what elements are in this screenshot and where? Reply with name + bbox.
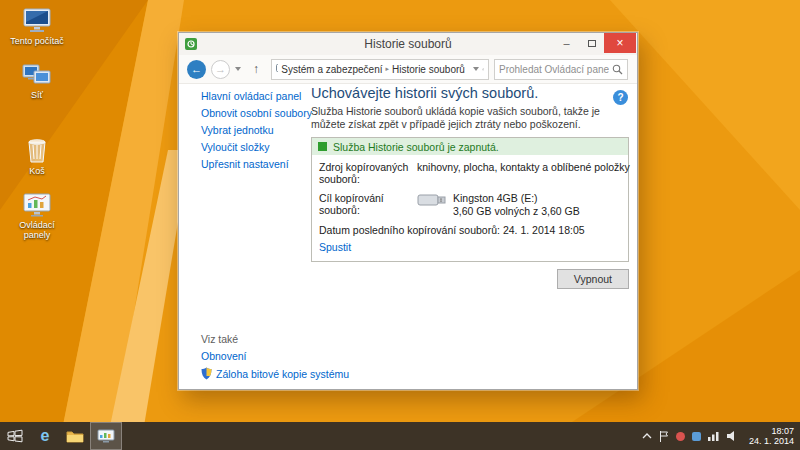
desktop-icon-label: Ovládací panely [8, 220, 66, 240]
status-band: Služba Historie souborů je zapnutá. [312, 138, 628, 155]
search-icon [612, 64, 623, 75]
breadcrumb-separator-icon: ▸ [386, 65, 390, 73]
desktop[interactable]: Tento počítač Síť Koš Ovládací p [0, 0, 800, 450]
copy-source-label: Zdroj kopírovaných souborů: [319, 161, 417, 185]
search-box[interactable] [494, 59, 628, 80]
maximize-button[interactable] [579, 33, 604, 53]
control-panel-location-icon [276, 64, 278, 74]
desktop-icon-label: Koš [8, 166, 66, 176]
desktop-icon-recycle-bin[interactable]: Koš [8, 136, 66, 176]
page-title: Uchovávejte historii svých souborů. [311, 85, 629, 101]
desktop-icon-label: Síť [8, 90, 66, 100]
tray-app-red-icon[interactable] [676, 432, 685, 441]
desktop-icon-label: Tento počítač [8, 36, 66, 46]
copy-target-label: Cíl kopírování souborů: [319, 192, 417, 217]
tray-expand-icon[interactable] [642, 433, 652, 439]
sidebar-link-select-drive[interactable]: Vybrat jednotku [201, 124, 309, 136]
run-now-link[interactable]: Spustit [319, 241, 351, 253]
close-button[interactable]: × [604, 33, 636, 53]
last-copy-row: Datum posledního kopírování souborů: 24.… [319, 224, 621, 236]
file-history-window: Historie souborů – × ← → ↑ Systém a z [178, 32, 638, 390]
system-tray: 18:07 24. 1. 2014 [642, 426, 800, 446]
maximize-icon [588, 40, 596, 47]
recycle-bin-icon [26, 136, 48, 164]
copy-target-row: Cíl kopírování souborů: Kingston 4GB (E:… [319, 192, 621, 217]
sidebar-link-exclude-folders[interactable]: Vyloučit složky [201, 141, 309, 153]
taskbar-ie-button[interactable]: e [30, 422, 60, 450]
clock-time: 18:07 [749, 426, 794, 436]
status-box: Služba Historie souborů je zapnutá. Zdro… [311, 137, 629, 262]
drive-name: Kingston 4GB (E:) [453, 192, 580, 205]
action-center-flag-icon[interactable] [659, 431, 669, 442]
last-copy-value: 24. 1. 2014 18:05 [503, 224, 585, 236]
control-panel-icon [97, 429, 115, 444]
copy-source-row: Zdroj kopírovaných souborů: knihovny, pl… [319, 161, 621, 185]
turn-off-button[interactable]: Vypnout [557, 269, 629, 289]
see-also-link-system-image-backup[interactable]: Záloha bitové kopie systému [216, 368, 349, 380]
folder-icon [66, 429, 84, 443]
history-chevron-icon[interactable] [235, 67, 241, 71]
desktop-icon-control-panel[interactable]: Ovládací panely [8, 192, 66, 240]
caption-buttons: – × [554, 33, 636, 53]
taskbar-clock[interactable]: 18:07 24. 1. 2014 [749, 426, 794, 446]
breadcrumb-system-security[interactable]: Systém a zabezpečení [281, 64, 382, 75]
see-also-section: Viz také Obnovení Záloha bitové kopie sy… [201, 333, 349, 380]
clock-date: 24. 1. 2014 [749, 436, 794, 446]
status-on-indicator-icon [318, 142, 327, 151]
start-windows-logo-icon [7, 429, 23, 443]
up-button[interactable]: ↑ [246, 62, 266, 76]
breadcrumb-file-history[interactable]: Historie souborů [392, 64, 465, 75]
sidebar-link-advanced-settings[interactable]: Upřesnit nastavení [201, 158, 309, 170]
desktop-icon-this-pc[interactable]: Tento počítač [8, 8, 66, 46]
drive-free-space: 3,60 GB volných z 3,60 GB [453, 205, 580, 218]
copy-source-value: knihovny, plocha, kontakty a oblíbené po… [417, 161, 630, 185]
refresh-icon[interactable] [482, 64, 484, 75]
address-dropdown-icon[interactable] [473, 67, 479, 71]
network-status-icon[interactable] [708, 431, 720, 441]
page-description: Služba Historie souborů ukládá kopie vaš… [311, 105, 629, 130]
taskbar: e [0, 422, 800, 450]
sidebar-link-restore-files[interactable]: Obnovit osobní soubory [201, 107, 309, 119]
control-panel-icon [22, 192, 52, 218]
sidebar-link-control-panel-home[interactable]: Hlavní ovládací panel [201, 90, 309, 102]
navigation-bar: ← → ↑ Systém a zabezpečení ▸ Historie so… [179, 55, 637, 84]
computer-icon [22, 8, 52, 34]
forward-button[interactable]: → [211, 60, 230, 79]
taskbar-control-panel-button[interactable] [90, 422, 122, 450]
minimize-button[interactable]: – [554, 33, 579, 53]
uac-shield-icon [201, 367, 212, 380]
titlebar[interactable]: Historie souborů – × [179, 33, 637, 55]
see-also-heading: Viz také [201, 333, 349, 345]
main-content: Uchovávejte historii svých souborů. Služ… [311, 85, 629, 289]
status-text: Služba Historie souborů je zapnutá. [333, 141, 499, 153]
start-button[interactable] [0, 422, 30, 450]
internet-explorer-icon: e [41, 427, 50, 445]
file-history-app-icon [185, 38, 197, 50]
address-bar[interactable]: Systém a zabezpečení ▸ Historie souborů [271, 59, 489, 80]
desktop-icon-network[interactable]: Síť [8, 62, 66, 100]
sidebar: Hlavní ovládací panel Obnovit osobní sou… [201, 90, 309, 175]
tray-app-blue-icon[interactable] [692, 432, 701, 441]
back-button[interactable]: ← [187, 60, 206, 79]
usb-drive-icon [417, 192, 447, 208]
search-input[interactable] [499, 64, 609, 75]
see-also-link-recovery[interactable]: Obnovení [201, 350, 349, 362]
volume-icon[interactable] [727, 431, 738, 441]
network-icon [22, 62, 52, 88]
last-copy-label: Datum posledního kopírování souborů: [319, 224, 500, 236]
taskbar-explorer-button[interactable] [60, 422, 90, 450]
